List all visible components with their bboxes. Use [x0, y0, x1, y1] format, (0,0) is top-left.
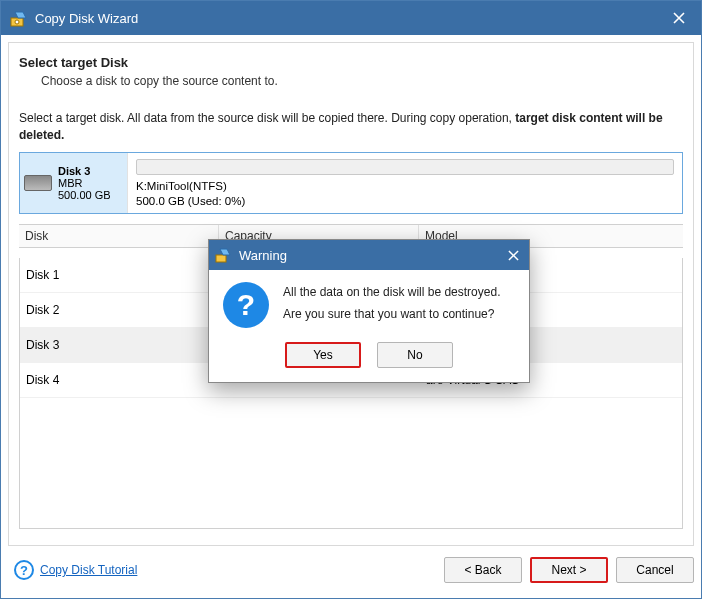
cell-disk: Disk 1	[20, 268, 220, 282]
cancel-button[interactable]: Cancel	[616, 557, 694, 583]
dialog-title: Warning	[239, 248, 287, 263]
footer-bar: ? Copy Disk Tutorial < Back Next > Cance…	[8, 549, 694, 591]
help-icon: ?	[14, 560, 34, 580]
page-subheading: Choose a disk to copy the source content…	[41, 74, 683, 88]
svg-point-1	[15, 20, 19, 24]
col-header-disk[interactable]: Disk	[19, 225, 219, 247]
app-icon	[9, 8, 29, 28]
instruction-text: Select a target disk. All data from the …	[19, 110, 683, 144]
tutorial-link-group: ? Copy Disk Tutorial	[14, 560, 137, 580]
dialog-buttons: Yes No	[209, 342, 529, 382]
dialog-titlebar: Warning	[209, 240, 529, 270]
warning-dialog: Warning ? All the data on the disk will …	[208, 239, 530, 383]
tutorial-link[interactable]: Copy Disk Tutorial	[40, 563, 137, 577]
selected-disk-partition: K:MiniTool(NTFS) 500.0 GB (Used: 0%)	[128, 153, 682, 213]
cell-disk: Disk 3	[20, 338, 220, 352]
usage-bar	[136, 159, 674, 175]
selected-disk-summary: Disk 3 MBR 500.00 GB	[20, 153, 128, 213]
dialog-close-icon[interactable]	[497, 240, 529, 270]
selected-disk-name: Disk 3	[58, 165, 111, 177]
partition-info: K:MiniTool(NTFS) 500.0 GB (Used: 0%)	[136, 179, 674, 209]
table-empty-area	[20, 398, 682, 528]
page-heading: Select target Disk	[19, 55, 683, 70]
dialog-line2: Are you sure that you want to continue?	[283, 304, 500, 326]
selected-disk-size: 500.00 GB	[58, 189, 111, 201]
dialog-line1: All the data on the disk will be destroy…	[283, 282, 500, 304]
disk-icon	[24, 175, 52, 191]
partition-usage: 500.0 GB (Used: 0%)	[136, 194, 674, 209]
back-button[interactable]: < Back	[444, 557, 522, 583]
next-button[interactable]: Next >	[530, 557, 608, 583]
dialog-body: ? All the data on the disk will be destr…	[209, 270, 529, 342]
wizard-buttons: < Back Next > Cancel	[444, 557, 694, 583]
svg-rect-2	[216, 255, 226, 262]
wizard-window: Copy Disk Wizard Select target Disk Choo…	[0, 0, 702, 599]
disk-info: Disk 3 MBR 500.00 GB	[58, 165, 111, 201]
cell-disk: Disk 2	[20, 303, 220, 317]
selected-disk-panel: Disk 3 MBR 500.00 GB K:MiniTool(NTFS) 50…	[19, 152, 683, 214]
no-button[interactable]: No	[377, 342, 453, 368]
close-icon[interactable]	[657, 1, 701, 35]
cell-disk: Disk 4	[20, 373, 220, 387]
partition-label: K:MiniTool(NTFS)	[136, 179, 674, 194]
instruction-prefix: Select a target disk. All data from the …	[19, 111, 515, 125]
yes-button[interactable]: Yes	[285, 342, 361, 368]
dialog-text: All the data on the disk will be destroy…	[283, 282, 500, 328]
window-title: Copy Disk Wizard	[35, 11, 657, 26]
question-icon: ?	[223, 282, 269, 328]
selected-disk-scheme: MBR	[58, 177, 111, 189]
dialog-app-icon	[215, 246, 233, 264]
titlebar: Copy Disk Wizard	[1, 1, 701, 35]
